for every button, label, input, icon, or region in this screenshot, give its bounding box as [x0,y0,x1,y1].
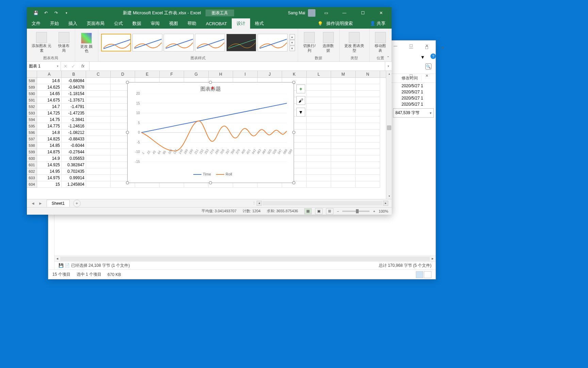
cell[interactable]: -1.47235 [62,110,86,117]
row-header[interactable]: 592 [27,104,37,110]
cell[interactable] [331,129,356,136]
cell[interactable] [331,142,356,149]
row-header[interactable]: 596 [27,129,37,136]
cell[interactable] [86,97,111,104]
fx-icon[interactable]: fx [79,64,86,68]
cell[interactable]: 14.925 [37,162,62,168]
cell[interactable] [356,142,380,149]
search-icon[interactable]: 🔍 [425,63,431,70]
column-header[interactable]: G [184,71,209,77]
cell[interactable] [86,91,111,97]
cell[interactable] [356,181,380,188]
explorer-sidebar-item[interactable]: 🎵音乐 [48,246,54,260]
collapse-ribbon-button[interactable]: ⌃ [387,56,390,60]
chart-resize-handle[interactable] [126,131,129,134]
switch-row-col-button[interactable]: 切换行/列 [301,31,318,53]
cell[interactable] [307,168,331,175]
cell[interactable]: 14.625 [37,84,62,91]
cell[interactable]: 0.702435 [62,168,86,175]
ribbon-tab-视图[interactable]: 视图 [164,18,183,29]
cell[interactable]: 0.05653 [62,155,86,162]
select-data-button[interactable]: 选择数据 [320,31,337,53]
user-account[interactable]: Sang Mai [288,9,315,17]
cell[interactable] [307,175,331,181]
save-icon[interactable]: 💾 [33,10,38,16]
cell[interactable]: 0.99914 [62,175,86,181]
cell[interactable] [331,104,356,110]
cell[interactable]: -0.27644 [62,149,86,155]
secondary-maximize-button[interactable]: ☐ [419,43,434,52]
cell[interactable] [307,155,331,162]
hscroll-left-button[interactable]: ◄ [257,201,262,206]
cell[interactable] [86,136,111,142]
cell[interactable] [356,91,380,97]
cell[interactable]: 14.775 [37,123,62,129]
cell[interactable] [331,78,356,84]
maximize-button[interactable]: ☐ [355,7,371,18]
cell[interactable]: -1.4791 [62,104,86,110]
cell[interactable] [86,168,111,175]
cell[interactable] [307,117,331,123]
cell[interactable] [307,104,331,110]
cell[interactable] [356,168,380,175]
cell[interactable] [331,181,356,188]
cell[interactable] [307,97,331,104]
hscroll-right-button[interactable]: ► [383,201,388,206]
zoom-level[interactable]: 100% [379,209,388,213]
ribbon-tab-格式[interactable]: 格式 [250,18,268,29]
cell[interactable] [86,129,111,136]
cell[interactable] [86,149,111,155]
cell[interactable] [356,129,380,136]
chart-legend[interactable]: Time Roll [128,172,294,176]
cell[interactable] [356,78,380,84]
row-header[interactable]: 591 [27,97,37,104]
chart-resize-handle[interactable] [209,181,212,184]
tertiary-close-button[interactable]: ✕ [419,71,434,80]
cell[interactable]: -0.68084 [62,78,86,84]
ribbon-tab-文件[interactable]: 文件 [27,18,45,29]
cell[interactable] [307,149,331,155]
column-header[interactable]: L [307,71,331,77]
move-chart-button[interactable]: 移动图表 [372,31,389,53]
ribbon-tab-数据[interactable]: 数据 [128,18,146,29]
cell[interactable]: 14.675 [37,97,62,104]
spreadsheet-grid[interactable]: ABCDEFGHIJKLMN 58814.6-0.6808458914.625-… [27,71,392,199]
cell[interactable] [331,117,356,123]
cell[interactable] [307,181,331,188]
vertical-scrollbar[interactable]: ▴ ▾ [386,71,392,199]
ribbon-tab-页面布局[interactable]: 页面布局 [82,18,109,29]
cell[interactable] [331,110,356,117]
cell[interactable]: 14.8 [37,129,62,136]
cell[interactable] [356,136,380,142]
close-button[interactable]: ✕ [373,7,389,18]
cell[interactable] [356,110,380,117]
chart-resize-handle[interactable] [126,181,129,184]
cell[interactable] [356,149,380,155]
ribbon-tab-开始[interactable]: 开始 [45,18,64,29]
change-chart-type-button[interactable]: 更改 图表类型 [342,31,366,53]
cell[interactable]: 14.6 [37,78,62,84]
cell[interactable] [307,123,331,129]
tell-me-icon[interactable]: 💡 [317,21,323,26]
cell[interactable] [307,142,331,149]
cell[interactable] [356,97,380,104]
cell[interactable] [86,175,111,181]
cell[interactable]: -1.18154 [62,91,86,97]
explorer-view-icons-button[interactable] [424,271,431,278]
cell[interactable]: 14.75 [37,117,62,123]
cell[interactable] [307,78,331,84]
cell[interactable]: -1.37671 [62,97,86,104]
horizontal-scrollbar[interactable] [262,201,382,205]
chart-style-3[interactable] [164,34,194,51]
cell[interactable] [331,97,356,104]
row-header[interactable]: 597 [27,136,37,142]
cell[interactable] [86,142,111,149]
cell[interactable] [331,162,356,168]
cell[interactable] [307,84,331,91]
column-header[interactable]: B [62,71,86,77]
cell[interactable]: -1.3841 [62,117,86,123]
tell-me-search[interactable]: 操作说明搜索 [326,20,353,27]
cell[interactable]: 1.245804 [62,181,86,188]
minimize-button[interactable]: — [337,7,352,18]
ribbon-tab-公式[interactable]: 公式 [109,18,128,29]
